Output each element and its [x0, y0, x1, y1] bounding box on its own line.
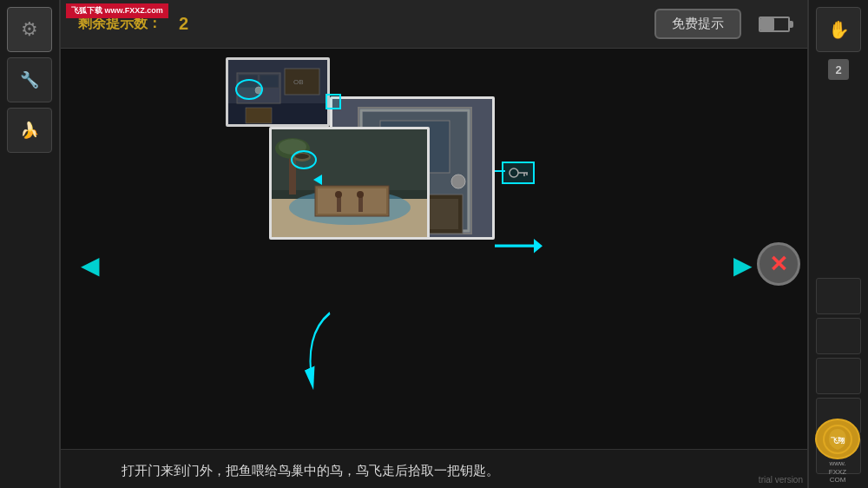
cyan-square-tl — [326, 94, 341, 109]
watermark-fxxz: FXXZ — [829, 468, 846, 477]
watermark-icon: 飞翔 — [815, 419, 860, 459]
top-bar: 剩余提示数： 2 免费提示 — [61, 0, 807, 49]
panel-bottom-left — [269, 127, 430, 240]
free-hint-button[interactable]: 免费提示 — [654, 9, 741, 39]
panel-top-left: OB — [226, 57, 330, 127]
svg-rect-15 — [246, 108, 272, 123]
watermark-area: 飞翔 www. FXXZ COM — [807, 419, 868, 488]
cyan-circle-room — [235, 79, 263, 100]
svg-marker-4 — [534, 239, 542, 253]
sidebar-item-3[interactable]: 🍌 — [7, 108, 52, 153]
key-indicator — [502, 162, 535, 184]
battery-fill — [760, 18, 774, 30]
logo-text: 飞狐下载 www.FXXZ.com — [71, 6, 163, 15]
hand-icon: ✋ — [828, 19, 850, 40]
cyan-circle-nest — [291, 150, 317, 169]
left-sidebar: ⚙ 🔧 🍌 — [0, 0, 61, 488]
gear-icon: ⚙ — [21, 18, 38, 41]
svg-rect-8 — [228, 103, 327, 124]
sidebar-item-2[interactable]: 🔧 — [7, 57, 52, 102]
item-icon-2: 🔧 — [20, 70, 39, 89]
diagram-area: OB — [61, 49, 807, 449]
svg-point-25 — [451, 175, 465, 188]
svg-point-42 — [335, 191, 342, 198]
scene-outdoor-art — [272, 129, 427, 237]
trial-text: trial version — [759, 475, 803, 485]
svg-text:OB: OB — [293, 78, 304, 86]
arrow-left-indicator — [313, 175, 322, 185]
right-top-icon: ✋ — [816, 7, 861, 52]
watermark-text: www. FXXZ COM — [829, 459, 846, 485]
main-area: 剩余提示数： 2 免费提示 ◀ ▶ ✕ — [61, 0, 807, 488]
right-slot-1 — [816, 278, 861, 314]
sidebar-gear-icon[interactable]: ⚙ — [7, 7, 52, 52]
top-logo: 飞狐下载 www.FXXZ.com — [66, 3, 168, 18]
watermark-com: COM — [829, 476, 846, 485]
description-text: 打开门来到门外，把鱼喂给鸟巢中的鸟，鸟飞走后拾取一把钥匙。 — [122, 460, 746, 481]
svg-text:飞翔: 飞翔 — [831, 436, 845, 445]
right-slot-3 — [816, 358, 861, 394]
hints-count: 2 — [179, 14, 188, 34]
scene-room-art: OB — [228, 60, 327, 124]
right-sidebar: ✋ 2 飞翔 www. FXXZ COM — [807, 0, 868, 488]
watermark-site: www. — [829, 459, 846, 468]
right-badge: 2 — [828, 59, 849, 80]
svg-point-43 — [357, 191, 364, 198]
content-panel: ◀ ▶ ✕ — [61, 49, 807, 488]
description-area: 打开门来到门外，把鱼喂给鸟巢中的鸟，鸟飞走后拾取一把钥匙。 — [61, 449, 807, 488]
item-icon-3: 🍌 — [20, 121, 39, 140]
svg-rect-39 — [318, 188, 386, 214]
badge-count: 2 — [835, 63, 841, 76]
battery-icon — [759, 16, 790, 32]
right-slot-2 — [816, 318, 861, 354]
svg-point-30 — [510, 168, 518, 177]
